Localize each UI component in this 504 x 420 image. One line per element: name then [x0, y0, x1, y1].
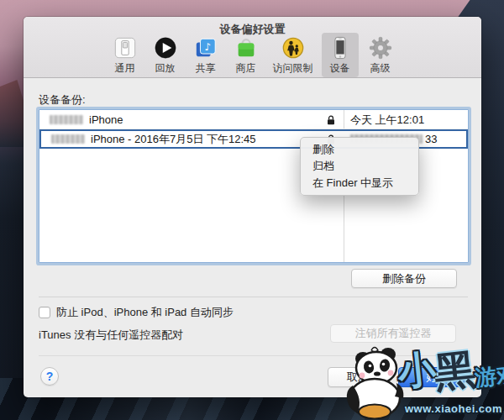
- tab-general-label: 通用: [115, 61, 135, 76]
- store-bag-icon: [234, 35, 259, 60]
- tab-store[interactable]: 商店: [228, 33, 265, 77]
- playback-play-icon: [153, 35, 178, 60]
- delete-backup-button[interactable]: 删除备份: [351, 269, 457, 288]
- menu-item-show-in-finder[interactable]: 在 Finder 中显示: [301, 175, 418, 192]
- tab-sharing-label: 共享: [196, 61, 216, 76]
- watermark-url: www.xiaohei.com: [405, 402, 502, 415]
- tab-devices-selected[interactable]: 设备: [322, 33, 359, 77]
- sharing-icon: ♪: [193, 35, 218, 60]
- iphone-device-icon: [328, 35, 353, 60]
- backup-name: iPhone: [89, 113, 123, 126]
- backup-name-cell: iPhone - 2016年7月5日 下午12:45: [41, 131, 344, 147]
- prevent-sync-label: 防止 iPod、iPhone 和 iPad 自动同步: [56, 305, 234, 320]
- tab-playback-label: 回放: [155, 61, 176, 76]
- tab-store-label: 商店: [236, 61, 256, 76]
- tab-devices-label: 设备: [330, 61, 350, 76]
- prevent-sync-row: 防止 iPod、iPhone 和 iPad 自动同步: [39, 305, 234, 320]
- separator: [39, 297, 468, 297]
- prevent-sync-checkbox[interactable]: [39, 307, 50, 318]
- backup-row-iphone[interactable]: iPhone 今天 上午12:01: [39, 111, 468, 129]
- redacted-device-name: [51, 134, 85, 144]
- redacted-device-name: [50, 115, 83, 124]
- menu-item-delete[interactable]: 删除: [301, 141, 418, 158]
- gear-icon: [368, 35, 393, 60]
- remotes-status-text: iTunes 没有与任何遥控器配对: [39, 328, 183, 343]
- tab-advanced[interactable]: 高级: [362, 33, 399, 77]
- parental-restrictions-icon: [281, 35, 306, 60]
- backup-date-visible: 33: [425, 133, 437, 145]
- watermark-brand-char2: 黑: [433, 349, 478, 394]
- tab-restrictions-label: 访问限制: [273, 61, 313, 76]
- backup-context-menu: 删除 归档 在 Finder 中显示: [300, 137, 419, 196]
- backup-name: iPhone - 2016年7月5日 下午12:45: [91, 132, 256, 147]
- tab-restrictions[interactable]: 访问限制: [268, 33, 318, 77]
- xiaohei-watermark: 小 黑 游戏 www.xiaohei.com: [334, 340, 504, 420]
- svg-text:♪: ♪: [204, 41, 211, 53]
- backup-date: 今天 上午12:01: [350, 113, 424, 128]
- preferences-toolbar: 通用 回放 ♪ 共享 商店: [24, 35, 481, 77]
- watermark-brand: 小 黑 游戏: [396, 341, 504, 398]
- general-switch-icon: [113, 35, 138, 60]
- tab-sharing[interactable]: ♪ 共享: [187, 33, 224, 77]
- lock-icon: [327, 115, 335, 125]
- help-button[interactable]: ?: [40, 367, 59, 386]
- watermark-brand-char1: 小: [396, 349, 438, 391]
- tab-playback[interactable]: 回放: [147, 33, 184, 77]
- device-backups-label: 设备备份:: [39, 92, 86, 108]
- tab-general[interactable]: 通用: [107, 33, 144, 77]
- tab-advanced-label: 高级: [370, 61, 391, 76]
- menu-item-archive[interactable]: 归档: [301, 158, 418, 175]
- backup-date-cell: 今天 上午12:01: [344, 111, 468, 129]
- window-header: 设备偏好设置 通用 回放 ♪ 共享: [24, 17, 481, 78]
- backup-name-cell: iPhone: [39, 111, 344, 129]
- watermark-brand-suffix: 游戏: [474, 363, 504, 389]
